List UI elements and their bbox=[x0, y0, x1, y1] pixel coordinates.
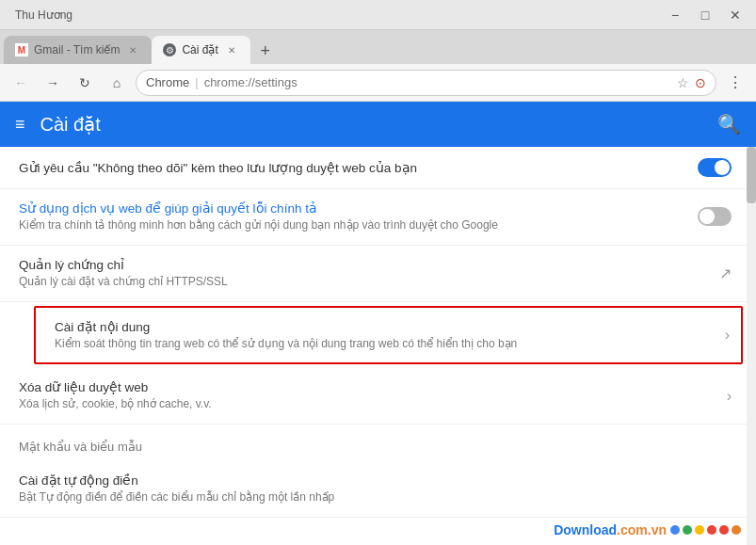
settings-item-autofill[interactable]: Cài đặt tự động điền Bật Tự động điền để… bbox=[0, 461, 747, 518]
toggle-knob-spell bbox=[700, 209, 715, 224]
maximize-button[interactable]: □ bbox=[692, 6, 718, 24]
certificates-action: ↗ bbox=[719, 264, 732, 282]
settings-list: Gửi yêu cầu "Không theo dõi" kèm theo lư… bbox=[0, 147, 747, 518]
do-not-track-toggle[interactable] bbox=[698, 158, 732, 177]
autofill-desc: Bật Tự động điền để điền các biểu mẫu ch… bbox=[19, 489, 732, 505]
spell-check-desc: Kiểm tra chính tả thông minh hơn bằng cá… bbox=[19, 217, 690, 233]
dot-6 bbox=[732, 525, 741, 535]
opera-icon[interactable]: ⊙ bbox=[695, 75, 706, 90]
search-icon[interactable]: 🔍 bbox=[717, 113, 741, 136]
titlebar: Thu Hương − □ ✕ bbox=[0, 0, 756, 30]
watermark-domain: .com.vn bbox=[617, 522, 667, 537]
settings-content: Gửi yêu cầu "Không theo dõi" kèm theo lư… bbox=[0, 147, 756, 545]
clear-data-action: › bbox=[727, 388, 732, 405]
minimize-button[interactable]: − bbox=[662, 6, 688, 24]
address-bar: ← → ↻ ⌂ Chrome | chrome://settings ☆ ⊙ ⋮ bbox=[0, 64, 756, 102]
content-settings-wrapper: 1 Cài đặt nội dung Kiểm soát thông tin t… bbox=[0, 306, 747, 365]
content-settings-desc: Kiểm soát thông tin trang web có thể sử … bbox=[55, 336, 717, 352]
spell-check-toggle[interactable] bbox=[698, 207, 732, 226]
scrollbar[interactable] bbox=[747, 147, 756, 545]
dot-1 bbox=[670, 525, 680, 535]
tab-settings-title: Cài đặt bbox=[182, 43, 217, 56]
settings-favicon: ⚙ bbox=[163, 43, 176, 56]
browser-content: ≡ Cài đặt 🔍 Gửi yêu cầu "Không theo dõi"… bbox=[0, 102, 756, 545]
do-not-track-action bbox=[698, 158, 732, 177]
url-chrome-label: Chrome bbox=[146, 75, 189, 89]
certificates-content: Quản lý chứng chỉ Quản lý cài đặt và chứ… bbox=[19, 257, 712, 290]
tab-gmail-title: Gmail - Tìm kiếm bbox=[34, 43, 120, 56]
back-button[interactable]: ← bbox=[8, 70, 34, 96]
tab-settings[interactable]: ⚙ Cài đặt ✕ bbox=[152, 36, 249, 64]
settings-item-clear-data[interactable]: Xóa dữ liệu duyệt web Xóa lịch sử, cooki… bbox=[0, 368, 747, 425]
new-tab-button[interactable]: + bbox=[252, 38, 279, 64]
scrollbar-thumb[interactable] bbox=[747, 147, 756, 203]
window-controls: − □ ✕ bbox=[662, 6, 748, 24]
tab-settings-close[interactable]: ✕ bbox=[224, 42, 239, 57]
certificates-desc: Quản lý cài đặt và chứng chỉ HTTPS/SSL bbox=[19, 274, 712, 290]
spell-check-title: Sử dụng dịch vụ web để giúp giải quyết l… bbox=[19, 200, 690, 216]
clear-data-desc: Xóa lịch sử, cookie, bộ nhớ cache, v.v. bbox=[19, 396, 719, 412]
clear-data-title: Xóa dữ liệu duyệt web bbox=[19, 379, 719, 394]
forward-button[interactable]: → bbox=[40, 70, 66, 96]
external-link-icon: ↗ bbox=[719, 264, 732, 282]
do-not-track-content: Gửi yêu cầu "Không theo dõi" kèm theo lư… bbox=[19, 160, 690, 175]
url-separator: | bbox=[195, 75, 198, 89]
watermark-dots bbox=[670, 525, 741, 535]
settings-item-content-settings[interactable]: Cài đặt nội dung Kiểm soát thông tin tra… bbox=[34, 306, 743, 365]
watermark-text: Download.com.vn bbox=[554, 522, 667, 537]
watermark: Download.com.vn bbox=[554, 522, 741, 537]
watermark-download: Download bbox=[554, 522, 617, 537]
content-settings-content: Cài đặt nội dung Kiểm soát thông tin tra… bbox=[55, 319, 717, 352]
dot-5 bbox=[719, 525, 729, 535]
do-not-track-title: Gửi yêu cầu "Không theo dõi" kèm theo lư… bbox=[19, 160, 690, 175]
spell-check-content: Sử dụng dịch vụ web để giúp giải quyết l… bbox=[19, 200, 690, 233]
dot-2 bbox=[683, 525, 692, 535]
autofill-content: Cài đặt tự động điền Bật Tự động điền để… bbox=[19, 473, 732, 505]
autofill-title: Cài đặt tự động điền bbox=[19, 473, 732, 488]
toggle-knob bbox=[715, 160, 730, 175]
settings-item-spell-check[interactable]: Sử dụng dịch vụ web để giúp giải quyết l… bbox=[0, 189, 747, 246]
arrow-right-icon: › bbox=[725, 327, 730, 344]
passwords-section-header: Mật khẩu và biểu mẫu bbox=[0, 425, 747, 461]
hamburger-icon[interactable]: ≡ bbox=[15, 115, 25, 135]
refresh-button[interactable]: ↻ bbox=[72, 70, 98, 96]
settings-header: ≡ Cài đặt 🔍 bbox=[0, 102, 756, 147]
arrow-right-clear-icon: › bbox=[727, 388, 732, 405]
bookmark-star-icon[interactable]: ☆ bbox=[677, 75, 689, 90]
content-settings-title: Cài đặt nội dung bbox=[55, 319, 717, 334]
settings-item-certificates[interactable]: Quản lý chứng chỉ Quản lý cài đặt và chứ… bbox=[0, 246, 747, 302]
chrome-menu-button[interactable]: ⋮ bbox=[722, 70, 748, 96]
page-title: Cài đặt bbox=[40, 113, 101, 136]
spell-check-action bbox=[698, 207, 732, 226]
certificates-title: Quản lý chứng chỉ bbox=[19, 257, 712, 272]
dot-4 bbox=[707, 525, 716, 535]
titlebar-username: Thu Hương bbox=[8, 8, 72, 22]
url-bar[interactable]: Chrome | chrome://settings ☆ ⊙ bbox=[136, 70, 716, 96]
settings-item-do-not-track[interactable]: Gửi yêu cầu "Không theo dõi" kèm theo lư… bbox=[0, 147, 747, 189]
close-button[interactable]: ✕ bbox=[722, 6, 748, 24]
gmail-favicon: M bbox=[15, 43, 28, 56]
tab-bar: M Gmail - Tìm kiếm ✕ ⚙ Cài đặt ✕ + bbox=[0, 30, 756, 64]
tab-gmail-close[interactable]: ✕ bbox=[125, 42, 140, 57]
home-button[interactable]: ⌂ bbox=[104, 70, 130, 96]
content-settings-action: › bbox=[725, 327, 730, 344]
tab-gmail[interactable]: M Gmail - Tìm kiếm ✕ bbox=[4, 36, 152, 64]
dot-3 bbox=[695, 525, 704, 535]
clear-data-content: Xóa dữ liệu duyệt web Xóa lịch sử, cooki… bbox=[19, 379, 719, 412]
url-path: chrome://settings bbox=[204, 75, 298, 89]
